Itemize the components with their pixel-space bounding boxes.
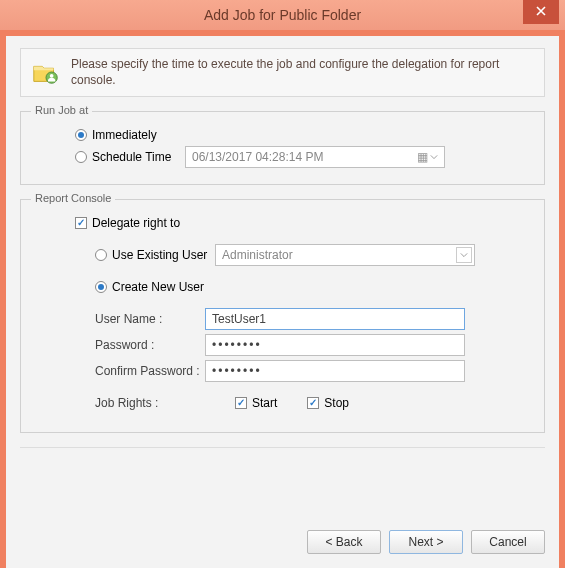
existing-user-value: Administrator: [222, 248, 293, 262]
start-label: Start: [252, 396, 277, 410]
close-icon: [536, 5, 546, 19]
stop-label: Stop: [324, 396, 349, 410]
wizard-buttons: < Back Next > Cancel: [307, 530, 545, 554]
separator: [20, 447, 545, 448]
checkbox-icon: [75, 217, 87, 229]
radio-icon: [95, 281, 107, 293]
username-input[interactable]: [205, 308, 465, 330]
run-job-group: Run Job at Immediately Schedule Time 06/…: [20, 111, 545, 185]
schedule-datetime-input[interactable]: 06/13/2017 04:28:14 PM ▦: [185, 146, 445, 168]
intro-panel: Please specify the time to execute the j…: [20, 48, 545, 97]
delegate-label: Delegate right to: [92, 216, 180, 230]
checkbox-start[interactable]: Start: [235, 396, 277, 410]
radio-immediately-label: Immediately: [92, 128, 157, 142]
password-input[interactable]: [205, 334, 465, 356]
back-button[interactable]: < Back: [307, 530, 381, 554]
radio-icon: [95, 249, 107, 261]
report-console-legend: Report Console: [31, 192, 115, 204]
window-body: Please specify the time to execute the j…: [6, 36, 559, 568]
radio-schedule-label: Schedule Time: [92, 150, 171, 164]
calendar-dropdown-icon: ▦: [417, 150, 438, 164]
checkbox-icon: [235, 397, 247, 409]
radio-immediately[interactable]: Immediately: [75, 128, 157, 142]
password-label: Password :: [95, 338, 205, 352]
radio-icon: [75, 129, 87, 141]
radio-schedule[interactable]: Schedule Time: [75, 150, 185, 164]
close-button[interactable]: [523, 0, 559, 24]
radio-icon: [75, 151, 87, 163]
folder-user-icon: [31, 57, 61, 87]
schedule-datetime-value: 06/13/2017 04:28:14 PM: [192, 150, 323, 164]
existing-user-label: Use Existing User: [112, 248, 207, 262]
cancel-button[interactable]: Cancel: [471, 530, 545, 554]
next-button[interactable]: Next >: [389, 530, 463, 554]
window-title: Add Job for Public Folder: [0, 7, 565, 23]
confirm-password-input[interactable]: [205, 360, 465, 382]
create-user-label: Create New User: [112, 280, 204, 294]
job-rights-label: Job Rights :: [95, 396, 205, 410]
username-label: User Name :: [95, 312, 205, 326]
existing-user-combo[interactable]: Administrator: [215, 244, 475, 266]
checkbox-icon: [307, 397, 319, 409]
svg-point-1: [50, 74, 54, 78]
confirm-password-label: Confirm Password :: [95, 364, 205, 378]
titlebar: Add Job for Public Folder: [0, 0, 565, 30]
report-console-group: Report Console Delegate right to Use Exi…: [20, 199, 545, 433]
intro-text: Please specify the time to execute the j…: [71, 57, 534, 88]
checkbox-delegate[interactable]: Delegate right to: [75, 216, 180, 230]
checkbox-stop[interactable]: Stop: [307, 396, 349, 410]
radio-existing-user[interactable]: Use Existing User: [95, 248, 215, 262]
chevron-down-icon: [456, 247, 472, 263]
run-job-legend: Run Job at: [31, 104, 92, 116]
radio-create-user[interactable]: Create New User: [95, 280, 204, 294]
